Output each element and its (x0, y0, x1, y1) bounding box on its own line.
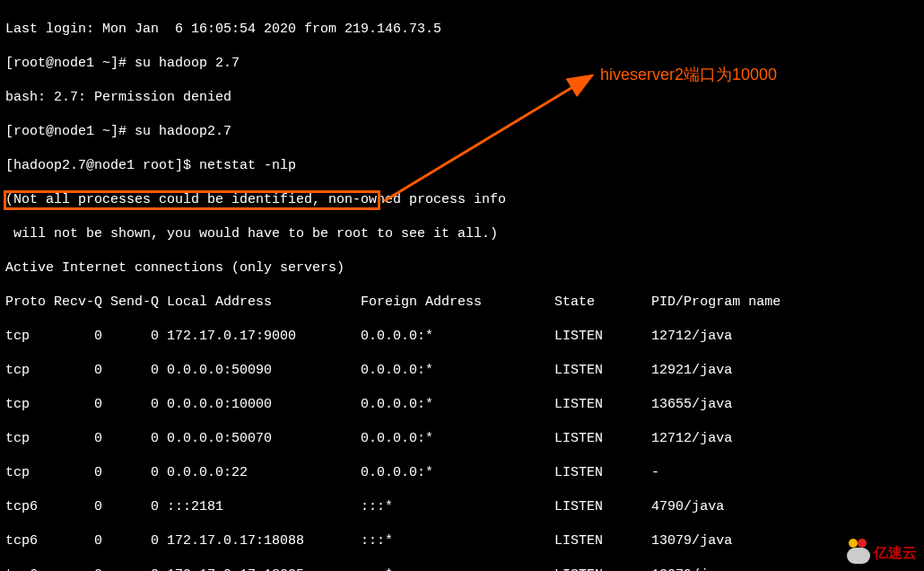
table-row: tcp6 0 0 :::2181 :::* LISTEN 4790/java (5, 498, 919, 515)
login-line: Last login: Mon Jan 6 16:05:54 2020 from… (5, 21, 919, 38)
table-row: tcp6 0 0 172.17.0.17:18088 :::* LISTEN 1… (5, 532, 919, 549)
table-row: tcp6 0 0 172.17.0.17:18025 :::* LISTEN 1… (5, 567, 919, 571)
prompt-line: [hadoop2.7@node1 root]$ netstat -nlp (5, 157, 919, 174)
prompt-line: [root@node1 ~]# su hadoop 2.7 (5, 55, 919, 72)
section-header: Active Internet connections (only server… (5, 259, 919, 277)
table-row: tcp 0 0 172.17.0.17:9000 0.0.0.0:* LISTE… (5, 328, 919, 345)
table-row: tcp 0 0 0.0.0.0:22 0.0.0.0:* LISTEN - (5, 464, 919, 481)
error-line: bash: 2.7: Permission denied (5, 89, 919, 106)
annotation-text: hiveserver2端口为10000 (600, 66, 777, 83)
table-row: tcp 0 0 0.0.0.0:50090 0.0.0.0:* LISTEN 1… (5, 362, 919, 379)
cloud-icon (847, 540, 870, 564)
watermark-text: 亿速云 (874, 544, 917, 561)
terminal-output: Last login: Mon Jan 6 16:05:54 2020 from… (0, 0, 924, 571)
prompt-line: [root@node1 ~]# su hadoop2.7 (5, 123, 919, 140)
table-header: Proto Recv-Q Send-Q Local Address Foreig… (5, 294, 919, 311)
table-row: tcp 0 0 0.0.0.0:50070 0.0.0.0:* LISTEN 1… (5, 430, 919, 447)
info-line: will not be shown, you would have to be … (5, 225, 919, 242)
info-line: (Not all processes could be identified, … (5, 191, 919, 208)
watermark: 亿速云 (847, 540, 917, 564)
table-row-highlighted: tcp 0 0 0.0.0.0:10000 0.0.0.0:* LISTEN 1… (5, 396, 919, 413)
